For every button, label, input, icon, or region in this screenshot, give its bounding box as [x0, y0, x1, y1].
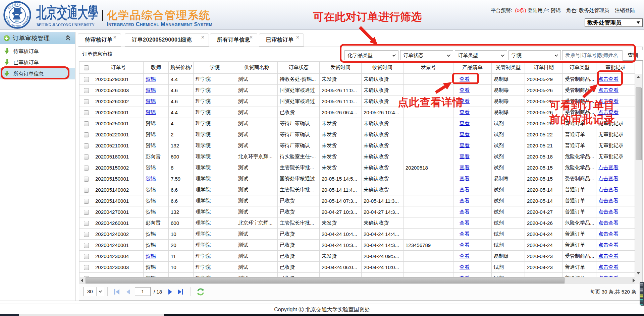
- svg-text:1896: 1896: [15, 20, 18, 22]
